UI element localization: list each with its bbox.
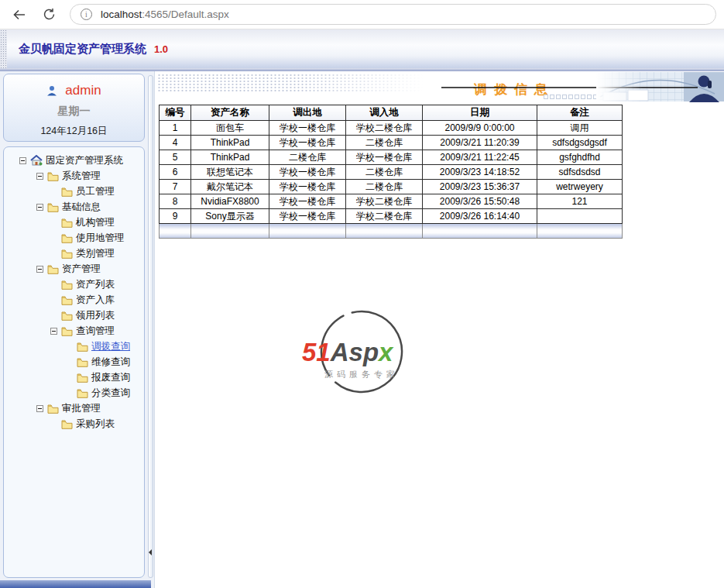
tree-item[interactable]: 查询管理 xyxy=(4,323,144,339)
user-info-panel: admin 星期一 124年12月16日 xyxy=(3,74,145,142)
table-cell: 二楼仓库 xyxy=(346,165,423,180)
back-icon[interactable] xyxy=(11,6,28,23)
folder-icon xyxy=(77,388,88,398)
tree-item[interactable]: 使用地管理 xyxy=(4,230,144,246)
tree-item-label: 资产管理 xyxy=(62,263,101,276)
folder-icon xyxy=(61,326,73,336)
watermark-brand: 51Aspx xyxy=(302,338,394,366)
table-row: 9Sony显示器学校一楼仓库学校二楼仓库2009/3/26 16:14:40 xyxy=(160,209,623,224)
table-pager-row xyxy=(160,224,623,239)
table-cell: 2009/9/9 0:00:00 xyxy=(423,121,537,136)
tree-item[interactable]: 员工管理 xyxy=(4,184,144,199)
collapse-minus-icon[interactable] xyxy=(50,328,57,335)
tree-item-label: 报废查询 xyxy=(91,371,130,384)
halftone-fade xyxy=(157,74,434,91)
table-cell: 学校一楼仓库 xyxy=(346,150,423,165)
tree-item-label: 查询管理 xyxy=(76,325,115,338)
tree-item[interactable]: 系统管理 xyxy=(4,168,144,184)
date-label: 124年12月16日 xyxy=(4,125,144,138)
sidebar: admin 星期一 124年12月16日 固定资产管理系统系统管理员工管理基础信… xyxy=(0,71,155,588)
table-cell: 2009/3/21 11:20:39 xyxy=(423,136,537,150)
page-info-icon[interactable]: i xyxy=(81,9,92,20)
tree-item[interactable]: 审批管理 xyxy=(4,401,144,416)
folder-icon xyxy=(61,233,73,243)
address-bar[interactable]: i localhost:4565/Default.aspx xyxy=(70,4,716,25)
banner-texture xyxy=(0,29,7,68)
refresh-icon[interactable] xyxy=(40,6,57,23)
tree-item[interactable]: 调拨查询 xyxy=(4,339,144,354)
tree-item[interactable]: 资产入库 xyxy=(4,292,144,308)
tree-item[interactable]: 资产列表 xyxy=(4,277,144,292)
table-cell: 6 xyxy=(160,165,191,180)
table-cell: 调用 xyxy=(537,121,623,136)
empty-cell xyxy=(537,224,623,239)
url-host: localhost xyxy=(101,9,142,20)
table-cell: 8 xyxy=(160,194,191,209)
tree-item-label: 机构管理 xyxy=(76,216,115,229)
folder-icon xyxy=(47,171,59,181)
tree-item-label: 领用列表 xyxy=(76,309,115,322)
table-cell: 二楼仓库 xyxy=(346,136,423,150)
tree-item[interactable]: 基础信息 xyxy=(4,199,144,215)
tree-item[interactable]: 资产管理 xyxy=(4,261,144,277)
column-header: 编号 xyxy=(160,105,191,121)
tree-item[interactable]: 机构管理 xyxy=(4,215,144,230)
app-title: 金贝帆固定资产管理系统 xyxy=(19,42,146,57)
empty-cell xyxy=(191,224,269,239)
table-cell: Sony显示器 xyxy=(191,209,269,224)
sidebar-collapse-splitter[interactable] xyxy=(148,75,153,578)
table-cell: 学校二楼仓库 xyxy=(346,121,423,136)
table-row: 4ThinkPad学校一楼仓库二楼仓库2009/3/21 11:20:39sdf… xyxy=(160,136,623,150)
collapse-minus-icon[interactable] xyxy=(19,157,26,164)
tree-item[interactable]: 分类查询 xyxy=(4,385,144,401)
column-header: 备注 xyxy=(537,105,623,121)
tree-item[interactable]: 类别管理 xyxy=(4,246,144,261)
collapse-minus-icon[interactable] xyxy=(36,173,43,180)
tree-item-label: 资产列表 xyxy=(76,278,115,291)
home-icon xyxy=(30,155,43,166)
tree-item[interactable]: 固定资产管理系统 xyxy=(4,153,144,168)
folder-icon xyxy=(61,311,73,321)
column-header: 调出地 xyxy=(269,105,346,121)
folder-icon xyxy=(61,218,73,228)
collapse-minus-icon[interactable] xyxy=(36,204,43,211)
main-content: 调拨信息 xyxy=(155,71,724,588)
table-cell: 2009/3/23 15:36:37 xyxy=(423,180,537,194)
url-path: :4565/Default.aspx xyxy=(142,9,229,20)
table-cell: 学校一楼仓库 xyxy=(269,180,346,194)
tree-item[interactable]: 报废查询 xyxy=(4,370,144,385)
table-cell: 学校一楼仓库 xyxy=(269,209,346,224)
table-cell: 5 xyxy=(160,150,191,165)
table-row: 5ThinkPad二楼仓库学校一楼仓库2009/3/21 11:22:45gsf… xyxy=(160,150,623,165)
table-cell: 2009/3/26 15:50:48 xyxy=(423,194,537,209)
table-header-row: 编号资产名称调出地调入地日期备注 xyxy=(160,105,623,121)
table-cell: sdfsdsdsd xyxy=(537,165,623,180)
tree-item[interactable]: 领用列表 xyxy=(4,308,144,323)
tree-item[interactable]: 采购列表 xyxy=(4,416,144,432)
table-cell xyxy=(537,209,623,224)
table-cell: 二楼仓库 xyxy=(346,180,423,194)
url-text: localhost:4565/Default.aspx xyxy=(101,9,229,20)
collapse-minus-icon[interactable] xyxy=(36,266,43,273)
table-cell: sdfsdgsdgsdf xyxy=(537,136,623,150)
app-header-banner: 金贝帆固定资产管理系统 1.0 xyxy=(0,29,724,68)
table-cell: 9 xyxy=(160,209,191,224)
collapse-minus-icon[interactable] xyxy=(36,405,43,412)
user-name: admin xyxy=(65,83,101,98)
folder-icon xyxy=(47,202,59,212)
table-cell: 4 xyxy=(160,136,191,150)
folder-icon xyxy=(61,280,73,290)
table-cell: 戴尔笔记本 xyxy=(191,180,269,194)
table-cell: 1 xyxy=(160,121,191,136)
header-photo-banner xyxy=(437,71,724,102)
folder-icon xyxy=(61,187,73,197)
empty-cell xyxy=(269,224,346,239)
table-cell: 学校一楼仓库 xyxy=(269,194,346,209)
table-row: 6联想笔记本学校一楼仓库二楼仓库2009/3/23 14:18:52sdfsds… xyxy=(160,165,623,180)
table-cell: 2009/3/26 16:14:40 xyxy=(423,209,537,224)
table-cell: gsfghdfhd xyxy=(537,150,623,165)
app-version: 1.0 xyxy=(154,43,168,55)
table-row: 7戴尔笔记本学校一楼仓库二楼仓库2009/3/23 15:36:37wetrwe… xyxy=(160,180,623,194)
folder-icon xyxy=(61,249,73,259)
tree-item[interactable]: 维修查询 xyxy=(4,354,144,370)
